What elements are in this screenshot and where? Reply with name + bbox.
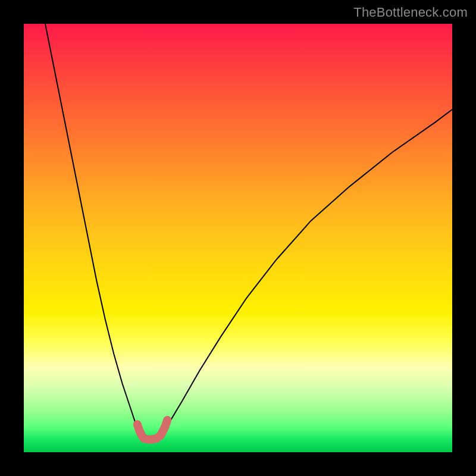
plot-area xyxy=(24,24,452,452)
curve-left xyxy=(45,24,144,435)
chart-frame: TheBottleneck.com xyxy=(0,0,476,476)
curve-min-marker xyxy=(137,420,167,439)
curve-right xyxy=(161,109,452,435)
watermark-text: TheBottleneck.com xyxy=(353,5,468,20)
curve-layer xyxy=(24,24,452,452)
